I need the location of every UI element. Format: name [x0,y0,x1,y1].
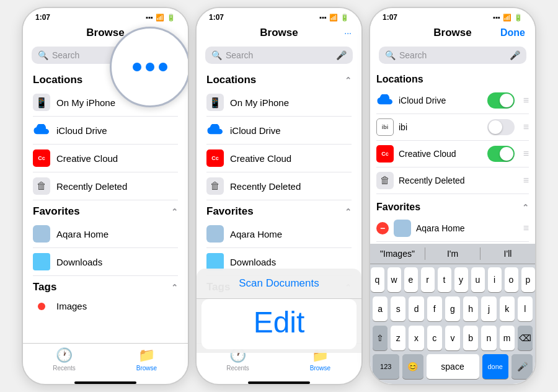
locations-chevron-2[interactable]: ⌃ [345,76,352,85]
kbd-q[interactable]: q [371,267,384,292]
done-button[interactable]: Done [500,27,525,38]
images-label-1: Images [56,301,87,311]
recents-icon-1: 🕐 [56,347,73,363]
trash-icon-3: 🗑 [376,172,394,189]
header-3: Browse Done [370,24,535,44]
drag-handle-creative[interactable]: ≡ [523,148,529,159]
search-bar-2[interactable]: 🔍 Search 🎤 [205,47,353,64]
kbd-u[interactable]: u [471,267,485,292]
toggle-thumb-icloud [500,94,513,107]
mic-icon-2[interactable]: 🎤 [336,50,347,60]
edit-creative-cloud[interactable]: Cc Creative Cloud ≡ [376,141,529,167]
kbd-m[interactable]: m [500,326,515,350]
kbd-r[interactable]: r [421,267,435,292]
status-icons-3: ▪▪▪ 📶 🔋 [493,14,523,22]
tab-browse-1[interactable]: 📁 Browse [105,347,188,372]
list-item-images-1[interactable]: Images [33,296,178,316]
creative-cloud-label-1: Creative Cloud [56,153,118,164]
more-button-2[interactable]: ··· [344,28,352,38]
icloud-toggle[interactable] [487,92,515,109]
tags-chevron-1[interactable]: ⌃ [171,283,178,292]
battery-2: 🔋 [340,14,349,22]
kbd-n[interactable]: n [481,326,496,350]
suggest-ill[interactable]: I'll [480,247,535,260]
edit-aqara[interactable]: − Aqara Home ≡ [376,215,529,242]
list-item-aqara-2[interactable]: Aqara Home [206,220,352,248]
list-item-creative-1[interactable]: Cc Creative Cloud [33,145,178,172]
favorites-chevron-1[interactable]: ⌃ [171,207,178,216]
edit-button[interactable]: Edit [202,299,356,349]
tab-bar-1: 🕐 Recents 📁 Browse [23,343,188,379]
drag-handle-icloud[interactable]: ≡ [523,95,529,106]
kbd-shift[interactable]: ⇧ [373,326,388,350]
creative-toggle[interactable] [487,146,515,162]
edit-recently-deleted[interactable]: 🗑 Recently Deleted ≡ [376,167,529,194]
kbd-c[interactable]: c [427,326,442,350]
list-item-icloud-1[interactable]: iCloud Drive [33,117,178,145]
kbd-f[interactable]: f [427,296,442,321]
kbd-emoji[interactable]: 😊 [402,354,423,379]
kbd-w[interactable]: w [388,267,401,292]
battery-icon: 🔋 [167,14,175,22]
mic-icon-3[interactable]: 🎤 [510,50,520,60]
list-item-icloud-2[interactable]: iCloud Drive [206,117,352,145]
kbd-j[interactable]: j [481,296,496,321]
kbd-e[interactable]: e [404,267,418,292]
drag-handle-aqara[interactable]: ≡ [523,223,529,234]
kbd-x[interactable]: x [409,326,423,350]
kbd-o[interactable]: o [505,267,518,292]
kbd-delete[interactable]: ⌫ [518,326,533,350]
favorites-chevron-2[interactable]: ⌃ [345,207,352,216]
drag-handle-ibi[interactable]: ≡ [523,122,529,133]
kbd-d[interactable]: d [409,296,423,321]
time-3: 1:07 [383,13,397,22]
edit-icloud-drive[interactable]: iCloud Drive ≡ [376,87,529,114]
kbd-i[interactable]: i [488,267,502,292]
trash-icon-1: 🗑 [33,177,50,195]
kbd-k[interactable]: k [500,296,515,321]
keyboard: "Images" I'm I'll q w e r t y u i o p a … [370,244,535,384]
list-item-downloads-1[interactable]: Downloads [33,248,178,276]
kbd-h[interactable]: h [463,296,478,321]
tab-recents-1[interactable]: 🕐 Recents [23,347,105,372]
list-item-recently-deleted-1[interactable]: 🗑 Recently Deleted [33,172,178,200]
suggest-im[interactable]: I'm [425,247,480,260]
kbd-123[interactable]: 123 [373,354,399,379]
kbd-done[interactable]: done [482,354,509,379]
locations-label-2: Locations [206,74,256,86]
list-item-creative-2[interactable]: Cc Creative Cloud [206,145,352,172]
kbd-s[interactable]: s [391,296,405,321]
scan-documents-button[interactable]: Scan Documents [197,269,361,299]
wifi-icon: 📶 [156,14,164,22]
minus-aqara[interactable]: − [376,222,389,234]
icloud-icon-2 [206,122,224,139]
kbd-p[interactable]: p [521,267,535,292]
list-item-on-my-iphone-2[interactable]: 📱 On My iPhone [206,89,352,117]
kbd-a[interactable]: a [373,296,388,321]
kbd-b[interactable]: b [463,326,478,350]
kbd-y[interactable]: y [454,267,468,292]
kbd-t[interactable]: t [438,267,451,292]
kbd-mic[interactable]: 🎤 [512,354,533,379]
kbd-g[interactable]: g [445,296,460,321]
ibi-toggle[interactable] [487,119,515,135]
icloud-label-2: iCloud Drive [230,125,281,136]
list-item-aqara-1[interactable]: Aqara Home [33,220,178,248]
tags-header-1: Tags ⌃ [33,276,178,296]
kbd-l[interactable]: l [518,296,533,321]
ibi-label: ibi [399,122,407,132]
downloads-label-2: Downloads [230,257,276,267]
kbd-space[interactable]: space [427,354,479,379]
suggest-images[interactable]: "Images" [370,247,425,260]
favorites-header-3: Favorites ⌃ [376,197,529,215]
phone-2: 1:07 ▪▪▪ 📶 🔋 Browse ··· 🔍 Search 🎤 Locat… [195,7,363,385]
dot-1 [133,63,141,71]
list-item-recently-deleted-2[interactable]: 🗑 Recently Deleted [206,172,352,200]
edit-ibi[interactable]: ibi ibi ≡ [376,114,529,141]
drag-handle-recently-deleted[interactable]: ≡ [523,175,529,186]
body-1: Locations 📱 On My iPhone iCloud Drive Cc… [23,69,188,343]
kbd-v[interactable]: v [445,326,460,350]
search-bar-3[interactable]: 🔍 Search 🎤 [379,47,526,64]
kbd-z[interactable]: z [391,326,405,350]
favorites-chevron-3[interactable]: ⌃ [522,203,529,212]
